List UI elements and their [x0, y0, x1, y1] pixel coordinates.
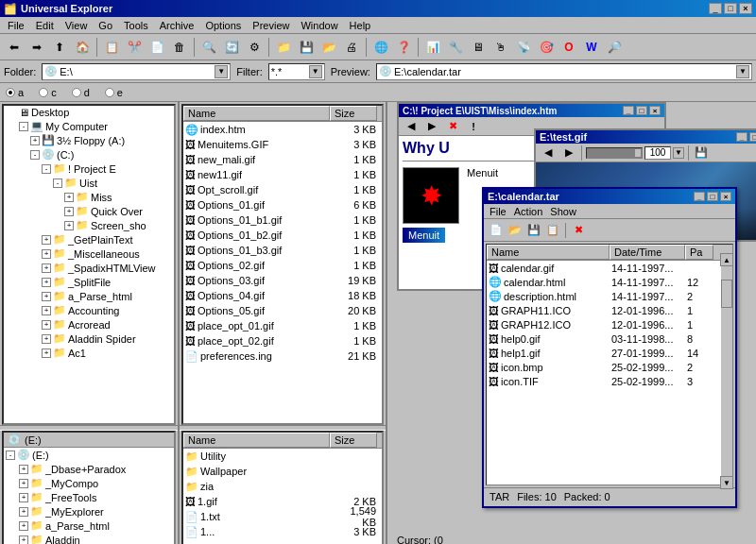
tar-file-row[interactable]: 🖼GRAPH11.ICO12-01-1996...1 [487, 303, 732, 317]
file-row[interactable]: 🖼new11.gif1 KB [183, 167, 382, 182]
gif-save-btn[interactable]: 💾 [693, 144, 710, 162]
tree-item-floppy[interactable]: + 💾 3½ Floppy (A:) [4, 133, 174, 147]
tree-item-spadix[interactable]: + 📁 _SpadixHTMLView [4, 261, 174, 275]
gif-zoom-input[interactable] [644, 146, 671, 160]
network-button[interactable]: 📡 [513, 37, 534, 58]
expand-getplaintext[interactable]: + [42, 235, 51, 245]
col-size-bottom[interactable]: Size [330, 433, 377, 448]
preview-combo-arrow[interactable]: ▼ [736, 65, 749, 78]
file-row[interactable]: 🖼new_mali.gif1 KB [183, 152, 382, 167]
tree-item-getplaintext[interactable]: + 📁 _GetPlainText [4, 232, 174, 246]
radio-c[interactable]: c [39, 87, 57, 98]
web-window-close[interactable]: × [649, 106, 661, 115]
tar-scroll-thumb[interactable] [721, 280, 732, 308]
tree-item-misc[interactable]: + 📁 _Miscellaneous [4, 246, 174, 261]
tar-file-row[interactable]: 🖼help1.gif27-01-1999...14 [487, 346, 732, 360]
zoom-button[interactable]: 🔎 [604, 37, 625, 58]
file-row[interactable]: 📄1...3 KB [183, 524, 382, 539]
tree-item-e[interactable]: - 💿 (E:) [4, 448, 174, 462]
filter-combo-arrow[interactable]: ▼ [309, 65, 322, 78]
maximize-button[interactable]: □ [724, 3, 737, 14]
tar-save-btn[interactable]: 💾 [525, 222, 542, 239]
word-button[interactable]: W [581, 37, 602, 58]
filter-combo[interactable]: *.* ▼ [268, 63, 325, 80]
file-row[interactable]: 🖼place_opt_02.gif1 KB [183, 333, 382, 348]
radio-d[interactable]: d [72, 87, 90, 98]
menu-file[interactable]: File [2, 19, 30, 32]
tar-window-close[interactable]: × [720, 192, 731, 201]
print-button[interactable]: 🖨 [341, 37, 362, 58]
cut-button[interactable]: ✂️ [124, 37, 145, 58]
expand-mycomputer[interactable]: - [19, 122, 28, 131]
open-button[interactable]: 📂 [318, 37, 339, 58]
monitor-button[interactable]: 🖥 [468, 37, 489, 58]
web-window-minimize[interactable]: _ [623, 106, 634, 115]
tree-item-freetools[interactable]: + 📁 _FreeTools [4, 490, 174, 504]
tar-col-date[interactable]: Date/Time [610, 245, 685, 260]
folder-button[interactable]: 📁 [273, 37, 294, 58]
expand-aparse-e[interactable]: + [19, 521, 28, 531]
expand-ac1[interactable]: + [42, 348, 51, 358]
expand-acroread[interactable]: + [42, 320, 51, 330]
home-button[interactable]: 🏠 [72, 37, 93, 58]
expand-spadix[interactable]: + [42, 264, 51, 273]
file-row[interactable]: 🖼Menuitems.GIF3 KB [183, 137, 382, 152]
tar-open-btn[interactable]: 📂 [507, 222, 524, 239]
opera-button[interactable]: O [558, 37, 579, 58]
tree-item-aparse-e[interactable]: + 📁 a_Parse_html [4, 518, 174, 533]
file-row[interactable]: 🖼Options_04.gif18 KB [183, 288, 382, 303]
tree-item-aladdin[interactable]: + 📁 Aladdin [4, 533, 174, 544]
file-row[interactable]: 📁zia [183, 479, 382, 494]
expand-splitfile[interactable]: + [42, 278, 51, 287]
tree-item-projecte[interactable]: - 📁 ! Project E [4, 162, 174, 176]
radio-a[interactable]: a [6, 87, 24, 98]
up-button[interactable]: ⬆ [49, 37, 70, 58]
expand-c[interactable]: - [30, 150, 40, 160]
radio-e[interactable]: e [105, 87, 123, 98]
file-row[interactable]: 🖼Options_01_b3.gif1 KB [183, 243, 382, 258]
help-button[interactable]: ❓ [393, 37, 414, 58]
paste-button[interactable]: 📄 [146, 37, 167, 58]
minimize-button[interactable]: _ [709, 3, 722, 14]
tar-extract-btn[interactable]: 📋 [544, 222, 561, 239]
expand-aladdin[interactable]: + [19, 536, 28, 545]
expand-freetools[interactable]: + [19, 493, 28, 502]
menu-go[interactable]: Go [93, 19, 118, 32]
tar-file-row[interactable]: 🖼icon.TIF25-02-1999...3 [487, 374, 732, 388]
menu-window[interactable]: Window [295, 19, 343, 32]
file-row[interactable]: 🖼Options_02.gif1 KB [183, 258, 382, 273]
tree-item-acroread[interactable]: + 📁 Acroread [4, 317, 174, 332]
web-forward-btn[interactable]: ▶ [423, 118, 440, 135]
tar-col-name[interactable]: Name [487, 245, 610, 260]
tree-item-miss[interactable]: + 📁 Miss [4, 190, 174, 204]
web-window-maximize[interactable]: □ [636, 106, 647, 115]
chart-button[interactable]: 📊 [422, 37, 443, 58]
file-row[interactable]: 🖼Options_05.gif20 KB [183, 303, 382, 318]
web-back-btn[interactable]: ◀ [403, 118, 420, 135]
file-row[interactable]: 📁Wallpaper [183, 464, 382, 479]
tree-item-mycompo[interactable]: + 📁 _MyCompo [4, 476, 174, 490]
gif-zoom-slider[interactable] [586, 147, 643, 159]
file-row[interactable]: 🖼place_opt_01.gif1 KB [183, 318, 382, 333]
tree-item-myexplorer[interactable]: + 📁 _MyExplorer [4, 504, 174, 518]
tree-item-aladdinspider[interactable]: + 📁 Aladdin Spider [4, 332, 174, 346]
expand-misc[interactable]: + [42, 249, 51, 259]
menu-edit[interactable]: Edit [30, 19, 60, 32]
tree-item-ac1[interactable]: + 📁 Ac1 [4, 346, 174, 360]
file-row[interactable]: 🖼Opt_scroll.gif1 KB [183, 182, 382, 197]
menu-preview[interactable]: Preview [247, 19, 295, 32]
gif-zoom-arrow[interactable]: ▼ [673, 147, 684, 159]
tar-new-btn[interactable]: 📄 [488, 222, 505, 239]
save-button[interactable]: 💾 [296, 37, 317, 58]
tar-file-row[interactable]: 🖼GRAPH12.ICO12-01-1996...1 [487, 317, 732, 332]
tar-file-row[interactable]: 🌐calendar.html14-11-1997...12 [487, 275, 732, 289]
file-row[interactable]: 🌐index.htm3 KB [183, 122, 382, 137]
menu-options[interactable]: Options [199, 19, 247, 32]
web-stop-btn[interactable]: ✖ [444, 118, 461, 135]
tree-item-screensho[interactable]: + 📁 Screen_sho [4, 218, 174, 232]
tree-item-uist[interactable]: - 📁 Uist [4, 176, 174, 190]
expand-aparse[interactable]: + [42, 292, 51, 301]
web-button[interactable]: 🌐 [370, 37, 391, 58]
gif-forward-btn[interactable]: ▶ [560, 144, 577, 162]
refresh-button[interactable]: 🔄 [221, 37, 242, 58]
